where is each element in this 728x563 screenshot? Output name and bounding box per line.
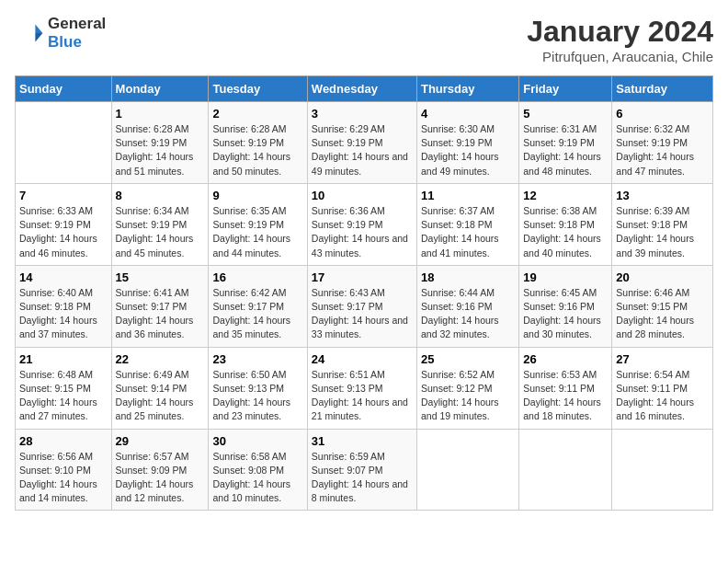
- day-number: 20: [616, 270, 709, 284]
- calendar-table: SundayMondayTuesdayWednesdayThursdayFrid…: [15, 75, 713, 511]
- day-number: 16: [212, 270, 302, 284]
- page-subtitle: Pitrufquen, Araucania, Chile: [527, 49, 713, 64]
- day-number: 14: [19, 270, 108, 284]
- day-info: Sunrise: 6:28 AMSunset: 9:19 PMDaylight:…: [116, 122, 205, 178]
- calendar-week-row: 21Sunrise: 6:48 AMSunset: 9:15 PMDayligh…: [16, 347, 713, 429]
- calendar-cell: 15Sunrise: 6:41 AMSunset: 9:17 PMDayligh…: [111, 265, 209, 347]
- page-title: January 2024: [527, 15, 713, 49]
- day-number: 7: [19, 189, 108, 202]
- calendar-cell: 30Sunrise: 6:58 AMSunset: 9:08 PMDayligh…: [209, 429, 307, 511]
- day-info: Sunrise: 6:54 AMSunset: 9:11 PMDaylight:…: [616, 368, 709, 424]
- day-number: 24: [312, 352, 413, 366]
- calendar-cell: 2Sunrise: 6:28 AMSunset: 9:19 PMDaylight…: [209, 102, 307, 184]
- day-info: Sunrise: 6:30 AMSunset: 9:19 PMDaylight:…: [421, 122, 515, 178]
- day-number: 6: [616, 107, 709, 121]
- header-day: Sunday: [16, 76, 112, 102]
- day-number: 2: [212, 107, 302, 121]
- calendar-cell: 17Sunrise: 6:43 AMSunset: 9:17 PMDayligh…: [307, 265, 416, 347]
- day-info: Sunrise: 6:50 AMSunset: 9:13 PMDaylight:…: [212, 368, 302, 424]
- calendar-cell: 24Sunrise: 6:51 AMSunset: 9:13 PMDayligh…: [307, 347, 416, 429]
- day-info: Sunrise: 6:36 AMSunset: 9:19 PMDaylight:…: [312, 204, 413, 260]
- day-number: 28: [19, 434, 108, 448]
- logo: General Blue: [15, 15, 106, 52]
- day-info: Sunrise: 6:31 AMSunset: 9:19 PMDaylight:…: [523, 122, 608, 178]
- svg-marker-1: [35, 33, 42, 42]
- header-day: Friday: [519, 76, 612, 102]
- day-number: 3: [312, 107, 413, 121]
- svg-marker-0: [35, 24, 42, 33]
- calendar-cell: 10Sunrise: 6:36 AMSunset: 9:19 PMDayligh…: [307, 183, 416, 265]
- day-number: 27: [616, 352, 709, 366]
- calendar-header-row: SundayMondayTuesdayWednesdayThursdayFrid…: [16, 76, 713, 102]
- day-number: 8: [116, 189, 205, 202]
- day-info: Sunrise: 6:29 AMSunset: 9:19 PMDaylight:…: [312, 122, 413, 178]
- day-info: Sunrise: 6:37 AMSunset: 9:18 PMDaylight:…: [421, 204, 515, 260]
- calendar-cell: 1Sunrise: 6:28 AMSunset: 9:19 PMDaylight…: [111, 102, 209, 184]
- day-info: Sunrise: 6:48 AMSunset: 9:15 PMDaylight:…: [19, 368, 108, 424]
- day-info: Sunrise: 6:40 AMSunset: 9:18 PMDaylight:…: [19, 286, 108, 342]
- day-number: 5: [523, 107, 608, 121]
- calendar-cell: 16Sunrise: 6:42 AMSunset: 9:17 PMDayligh…: [209, 265, 307, 347]
- calendar-cell: 25Sunrise: 6:52 AMSunset: 9:12 PMDayligh…: [416, 347, 518, 429]
- day-number: 12: [523, 189, 608, 202]
- logo-icon: [15, 18, 44, 48]
- day-number: 19: [523, 270, 608, 284]
- calendar-week-row: 14Sunrise: 6:40 AMSunset: 9:18 PMDayligh…: [16, 265, 713, 347]
- day-info: Sunrise: 6:38 AMSunset: 9:18 PMDaylight:…: [523, 204, 608, 260]
- header-day: Monday: [111, 76, 209, 102]
- day-number: 30: [212, 434, 302, 448]
- calendar-cell: [16, 102, 112, 184]
- day-info: Sunrise: 6:34 AMSunset: 9:19 PMDaylight:…: [116, 204, 205, 260]
- day-number: 10: [312, 189, 413, 202]
- day-info: Sunrise: 6:35 AMSunset: 9:19 PMDaylight:…: [212, 204, 302, 260]
- calendar-cell: 19Sunrise: 6:45 AMSunset: 9:16 PMDayligh…: [519, 265, 612, 347]
- calendar-week-row: 28Sunrise: 6:56 AMSunset: 9:10 PMDayligh…: [16, 429, 713, 511]
- day-info: Sunrise: 6:49 AMSunset: 9:14 PMDaylight:…: [116, 368, 205, 424]
- header-day: Saturday: [612, 76, 713, 102]
- calendar-cell: 14Sunrise: 6:40 AMSunset: 9:18 PMDayligh…: [16, 265, 112, 347]
- day-info: Sunrise: 6:42 AMSunset: 9:17 PMDaylight:…: [212, 286, 302, 342]
- day-number: 17: [312, 270, 413, 284]
- calendar-cell: 9Sunrise: 6:35 AMSunset: 9:19 PMDaylight…: [209, 183, 307, 265]
- calendar-body: 1Sunrise: 6:28 AMSunset: 9:19 PMDaylight…: [16, 102, 713, 511]
- day-number: 1: [116, 107, 205, 121]
- header-day: Thursday: [416, 76, 518, 102]
- day-info: Sunrise: 6:39 AMSunset: 9:18 PMDaylight:…: [616, 204, 709, 260]
- day-number: 9: [212, 189, 302, 202]
- day-number: 31: [312, 434, 413, 448]
- day-number: 15: [116, 270, 205, 284]
- calendar-cell: 12Sunrise: 6:38 AMSunset: 9:18 PMDayligh…: [519, 183, 612, 265]
- day-info: Sunrise: 6:41 AMSunset: 9:17 PMDaylight:…: [116, 286, 205, 342]
- header-day: Wednesday: [307, 76, 416, 102]
- calendar-cell: 22Sunrise: 6:49 AMSunset: 9:14 PMDayligh…: [111, 347, 209, 429]
- calendar-cell: 20Sunrise: 6:46 AMSunset: 9:15 PMDayligh…: [612, 265, 713, 347]
- calendar-cell: 5Sunrise: 6:31 AMSunset: 9:19 PMDaylight…: [519, 102, 612, 184]
- day-info: Sunrise: 6:33 AMSunset: 9:19 PMDaylight:…: [19, 204, 108, 260]
- day-number: 25: [421, 352, 515, 366]
- day-info: Sunrise: 6:44 AMSunset: 9:16 PMDaylight:…: [421, 286, 515, 342]
- page-header: General Blue January 2024 Pitrufquen, Ar…: [15, 15, 713, 64]
- calendar-cell: 28Sunrise: 6:56 AMSunset: 9:10 PMDayligh…: [16, 429, 112, 511]
- calendar-cell: 7Sunrise: 6:33 AMSunset: 9:19 PMDaylight…: [16, 183, 112, 265]
- calendar-cell: 3Sunrise: 6:29 AMSunset: 9:19 PMDaylight…: [307, 102, 416, 184]
- calendar-cell: 18Sunrise: 6:44 AMSunset: 9:16 PMDayligh…: [416, 265, 518, 347]
- day-number: 23: [212, 352, 302, 366]
- day-info: Sunrise: 6:56 AMSunset: 9:10 PMDaylight:…: [19, 450, 108, 506]
- calendar-cell: 23Sunrise: 6:50 AMSunset: 9:13 PMDayligh…: [209, 347, 307, 429]
- calendar-cell: [416, 429, 518, 511]
- calendar-cell: 8Sunrise: 6:34 AMSunset: 9:19 PMDaylight…: [111, 183, 209, 265]
- day-info: Sunrise: 6:32 AMSunset: 9:19 PMDaylight:…: [616, 122, 709, 178]
- day-number: 29: [116, 434, 205, 448]
- calendar-cell: 29Sunrise: 6:57 AMSunset: 9:09 PMDayligh…: [111, 429, 209, 511]
- day-number: 26: [523, 352, 608, 366]
- title-block: January 2024 Pitrufquen, Araucania, Chil…: [527, 15, 713, 64]
- day-info: Sunrise: 6:43 AMSunset: 9:17 PMDaylight:…: [312, 286, 413, 342]
- calendar-cell: 27Sunrise: 6:54 AMSunset: 9:11 PMDayligh…: [612, 347, 713, 429]
- day-info: Sunrise: 6:45 AMSunset: 9:16 PMDaylight:…: [523, 286, 608, 342]
- calendar-cell: 13Sunrise: 6:39 AMSunset: 9:18 PMDayligh…: [612, 183, 713, 265]
- day-number: 18: [421, 270, 515, 284]
- calendar-cell: 4Sunrise: 6:30 AMSunset: 9:19 PMDaylight…: [416, 102, 518, 184]
- day-number: 11: [421, 189, 515, 202]
- calendar-week-row: 7Sunrise: 6:33 AMSunset: 9:19 PMDaylight…: [16, 183, 713, 265]
- day-info: Sunrise: 6:51 AMSunset: 9:13 PMDaylight:…: [312, 368, 413, 424]
